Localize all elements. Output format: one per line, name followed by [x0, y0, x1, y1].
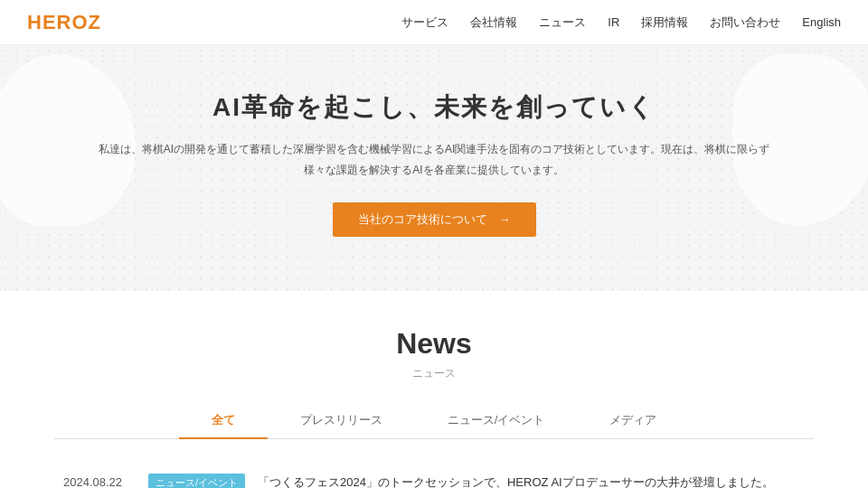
tab-news-event[interactable]: ニュース/イベント	[415, 403, 578, 439]
nav-recruit[interactable]: 採用情報	[641, 14, 688, 31]
nav-company[interactable]: 会社情報	[470, 14, 517, 31]
hero-section: AI革命を起こし、未来を創っていく 私達は、将棋AIの開発を通じて蓄積した深層学…	[0, 45, 868, 291]
news-heading: News	[54, 327, 814, 361]
news-item: 2024.08.22 ニュース/イベント 「つくるフェス2024」のトークセッシ…	[63, 461, 805, 488]
hero-content: AI革命を起こし、未来を創っていく 私達は、将棋AIの開発を通じて蓄積した深層学…	[18, 90, 850, 237]
hero-title: AI革命を起こし、未来を創っていく	[18, 90, 850, 125]
tab-media[interactable]: メディア	[577, 403, 689, 439]
tab-all[interactable]: 全て	[179, 403, 268, 439]
hero-cta-button[interactable]: 当社のコア技術について →	[333, 202, 536, 237]
nav-services[interactable]: サービス	[401, 14, 448, 31]
nav-contact[interactable]: お問い合わせ	[710, 14, 780, 31]
news-badge: ニュース/イベント	[148, 474, 245, 488]
logo[interactable]: HEROZ	[27, 11, 101, 34]
nav-ir[interactable]: IR	[608, 15, 619, 29]
hero-description: 私達は、将棋AIの開発を通じて蓄積した深層学習を含む機械学習によるAI関連手法を…	[18, 139, 850, 181]
main-nav: サービス 会社情報 ニュース IR 採用情報 お問い合わせ English	[401, 14, 841, 31]
news-date: 2024.08.22	[63, 474, 136, 488]
news-title-en: News	[54, 327, 814, 361]
tab-press[interactable]: プレスリリース	[268, 403, 415, 439]
news-title-ja: ニュース	[54, 366, 814, 381]
news-list: 2024.08.22 ニュース/イベント 「つくるフェス2024」のトークセッシ…	[63, 461, 805, 488]
news-section: News ニュース 全て プレスリリース ニュース/イベント メディア 2024…	[0, 291, 868, 488]
news-tabs: 全て プレスリリース ニュース/イベント メディア	[54, 403, 814, 439]
nav-news[interactable]: ニュース	[539, 14, 586, 31]
news-text[interactable]: 「つくるフェス2024」のトークセッションで、HEROZ AIプロデューサーの大…	[258, 474, 805, 488]
nav-english[interactable]: English	[802, 15, 841, 29]
header: HEROZ サービス 会社情報 ニュース IR 採用情報 お問い合わせ Engl…	[0, 0, 868, 45]
